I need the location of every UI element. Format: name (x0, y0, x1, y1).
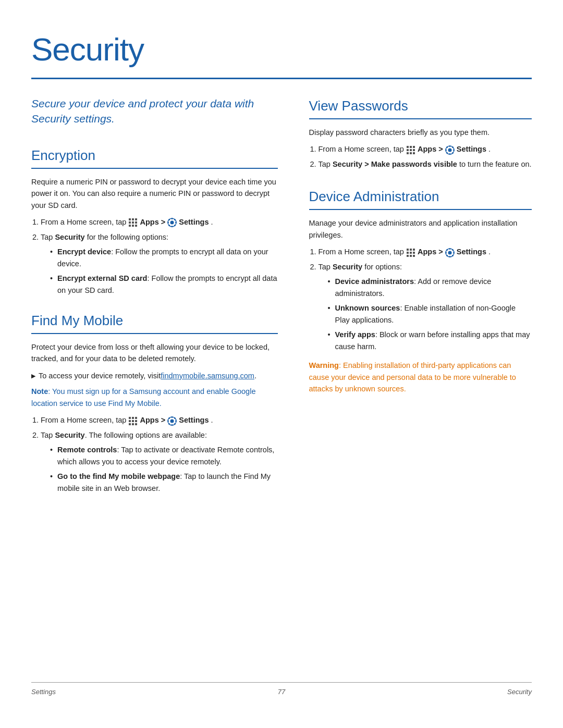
svg-rect-3 (129, 221, 131, 224)
svg-point-37 (174, 423, 176, 424)
svg-point-50 (449, 153, 450, 155)
device-admin-bullet-3: Verify apps: Block or warn before instal… (328, 329, 532, 352)
svg-rect-39 (410, 146, 412, 148)
svg-rect-25 (129, 423, 131, 425)
find-my-mobile-body: Protect your device from loss or theft a… (31, 341, 278, 365)
footer-right: Security (507, 687, 532, 697)
svg-point-69 (449, 256, 450, 257)
view-passwords-step-1: From a Home screen, tap (319, 143, 532, 155)
view-passwords-steps: From a Home screen, tap (309, 143, 532, 170)
svg-rect-61 (410, 252, 412, 254)
svg-point-49 (449, 145, 450, 147)
svg-point-68 (449, 248, 450, 250)
title-divider (31, 78, 532, 79)
find-my-mobile-step-1: From a Home screen, tap (41, 414, 278, 426)
svg-rect-2 (135, 218, 137, 220)
svg-point-34 (168, 417, 170, 419)
device-administration-steps: From a Home screen, tap (309, 246, 532, 352)
apps-icon-2 (128, 416, 138, 426)
device-administration-step-2: Tap Security for options: Device adminis… (319, 261, 532, 352)
intro-text: Secure your device and protect your data… (31, 96, 278, 127)
encryption-bullets: Encrypt device: Follow the prompts to en… (41, 246, 278, 296)
encryption-bullet-2: Encrypt external SD card: Follow the pro… (50, 273, 278, 296)
svg-rect-5 (135, 221, 137, 224)
view-passwords-section: View Passwords Display password characte… (309, 96, 532, 170)
svg-point-70 (445, 252, 447, 253)
encryption-step-2: Tap Security for the following options: … (41, 231, 278, 296)
svg-point-30 (172, 416, 173, 418)
device-administration-warning: Warning: Enabling installation of third-… (309, 360, 532, 394)
svg-rect-4 (132, 221, 134, 224)
svg-rect-41 (407, 149, 409, 151)
device-administration-body: Manage your device administrators and ap… (309, 217, 532, 241)
svg-rect-8 (135, 225, 137, 227)
svg-point-55 (446, 152, 448, 154)
svg-rect-26 (132, 423, 134, 425)
svg-rect-44 (407, 152, 409, 154)
find-my-mobile-bullet-2: Go to the find My mobile webpage: Tap to… (50, 471, 278, 494)
svg-point-18 (174, 225, 176, 226)
findmymobile-link[interactable]: findmymobile.samsung.com (161, 370, 254, 381)
svg-point-33 (175, 420, 177, 422)
svg-rect-0 (129, 218, 131, 220)
encryption-body: Require a numeric PIN or password to dec… (31, 176, 278, 211)
svg-point-74 (446, 254, 448, 256)
svg-point-10 (170, 221, 174, 225)
svg-point-73 (452, 249, 454, 251)
svg-point-51 (445, 149, 447, 151)
device-administration-title: Device Administration (309, 187, 532, 210)
footer: Settings 77 Security (31, 682, 532, 697)
svg-rect-46 (413, 152, 415, 154)
svg-point-36 (168, 423, 170, 424)
svg-point-53 (446, 146, 448, 148)
svg-rect-21 (135, 417, 137, 419)
device-administration-bullets: Device administrators: Add or remove dev… (319, 276, 532, 352)
svg-rect-65 (413, 255, 415, 257)
svg-rect-62 (413, 252, 415, 254)
settings-icon-3 (445, 145, 455, 155)
svg-rect-20 (132, 417, 134, 419)
find-my-mobile-note: Note: You must sign up for a Samsung acc… (31, 386, 278, 409)
svg-point-29 (170, 419, 174, 423)
svg-rect-23 (132, 420, 134, 422)
encryption-title: Encryption (31, 145, 278, 169)
svg-rect-19 (129, 417, 131, 419)
find-my-mobile-bullets: Remote controls: Tap to activate or deac… (41, 444, 278, 494)
svg-rect-45 (410, 152, 412, 154)
apps-icon (128, 218, 138, 227)
svg-point-13 (167, 222, 169, 224)
svg-point-16 (174, 219, 176, 220)
svg-rect-27 (135, 423, 137, 425)
encryption-section: Encryption Require a numeric PIN or pass… (31, 145, 278, 296)
svg-point-54 (452, 146, 454, 148)
svg-rect-1 (132, 218, 134, 220)
find-my-mobile-step-2: Tap Security. The following options are … (41, 429, 278, 494)
svg-rect-7 (132, 225, 134, 227)
svg-point-32 (167, 420, 169, 422)
view-passwords-body: Display password characters briefly as y… (309, 127, 532, 138)
find-my-mobile-section: Find My Mobile Protect your device from … (31, 311, 278, 494)
svg-point-17 (168, 225, 170, 226)
view-passwords-title: View Passwords (309, 96, 532, 119)
svg-point-12 (172, 226, 173, 227)
apps-icon-3 (406, 145, 415, 155)
svg-point-15 (168, 219, 170, 220)
svg-rect-24 (135, 420, 137, 422)
svg-rect-40 (413, 146, 415, 148)
svg-rect-63 (407, 255, 409, 257)
settings-icon-4 (445, 248, 455, 257)
svg-rect-42 (410, 149, 412, 151)
encryption-step-1: From a Home screen, tap (41, 216, 278, 228)
apps-icon-4 (406, 248, 415, 257)
two-col-layout: Secure your device and protect your data… (31, 96, 532, 667)
page-title: Security (31, 25, 532, 73)
svg-point-52 (453, 149, 455, 151)
svg-point-72 (446, 249, 448, 251)
view-passwords-step-2: Tap Security > Make passwords visible to… (319, 158, 532, 170)
settings-icon-2 (167, 416, 177, 426)
svg-rect-43 (413, 149, 415, 151)
svg-rect-22 (129, 420, 131, 422)
svg-point-48 (448, 148, 451, 152)
device-administration-step-1: From a Home screen, tap (319, 246, 532, 257)
svg-point-35 (174, 417, 176, 419)
